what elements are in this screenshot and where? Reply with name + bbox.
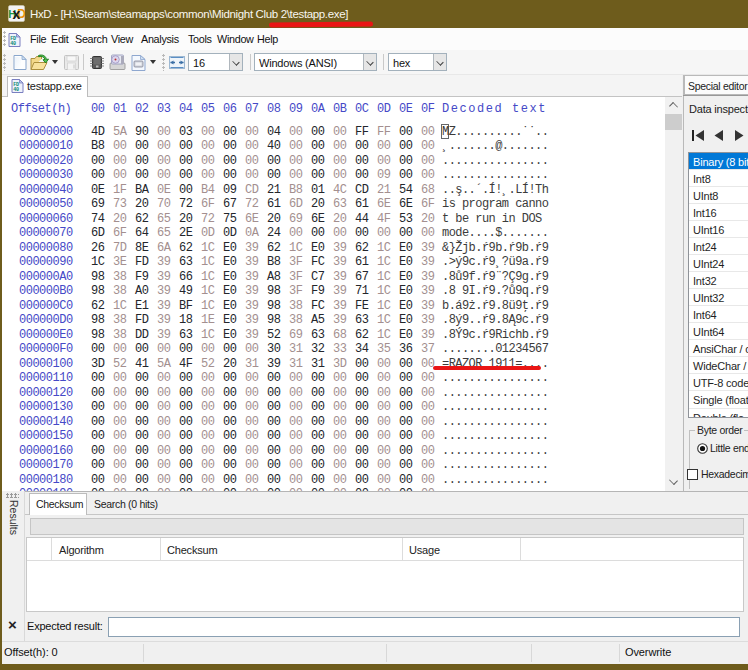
svg-text:x: x xyxy=(13,6,21,22)
svg-text:40: 40 xyxy=(13,87,19,93)
svg-text:40: 40 xyxy=(10,41,16,47)
